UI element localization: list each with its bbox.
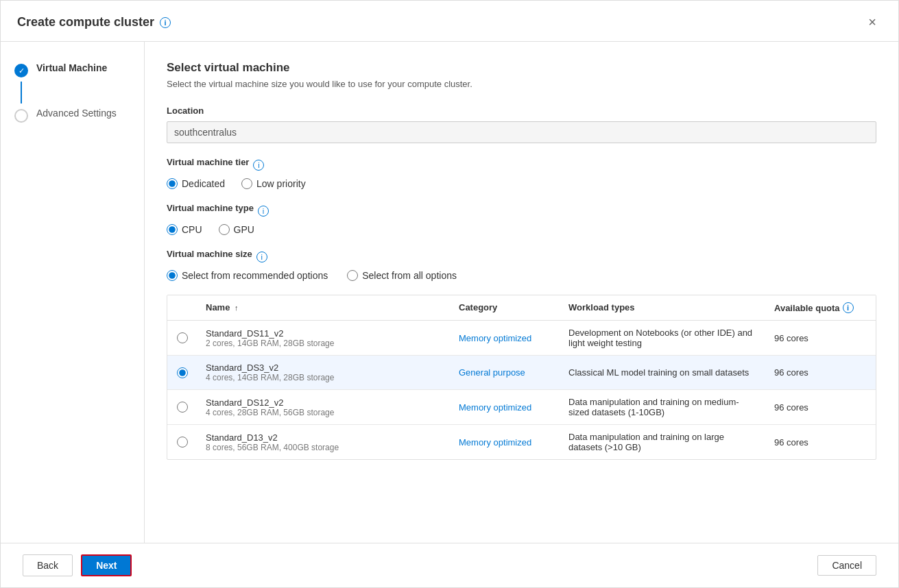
- row-3-name: Standard_D13_v2 8 cores, 56GB RAM, 400GB…: [197, 432, 451, 452]
- vm-type-label: Virtual machine type: [167, 203, 254, 213]
- dialog-footer: Back Next Cancel: [1, 543, 898, 587]
- row-0-workload: Development on Notebooks (or other IDE) …: [560, 328, 766, 348]
- row-0-radio[interactable]: [177, 332, 188, 343]
- vm-type-cpu-radio[interactable]: [167, 224, 178, 235]
- vm-type-cpu-label: CPU: [182, 224, 202, 235]
- back-button[interactable]: Back: [23, 554, 73, 576]
- row-1-name: Standard_DS3_v2 4 cores, 14GB RAM, 28GB …: [197, 363, 451, 382]
- main-content: Select virtual machine Select the virtua…: [145, 42, 898, 543]
- title-text: Create compute cluster: [17, 15, 154, 29]
- row-2-quota: 96 cores: [766, 402, 876, 413]
- vm-tier-dedicated-label: Dedicated: [182, 178, 225, 189]
- section-title: Select virtual machine: [167, 61, 876, 75]
- row-2-name: Standard_DS12_v2 4 cores, 28GB RAM, 56GB…: [197, 397, 451, 417]
- vm-size-info-icon[interactable]: i: [256, 252, 267, 262]
- step-circle-virtual-machine: [14, 64, 28, 77]
- row-1-quota: 96 cores: [766, 367, 876, 378]
- row-1-category-link[interactable]: General purpose: [459, 367, 525, 378]
- vm-type-info-icon[interactable]: i: [258, 206, 269, 217]
- th-category: Category: [451, 302, 560, 313]
- vm-size-field-group: Virtual machine size i Select from recom…: [167, 249, 876, 281]
- vm-tier-dedicated-option[interactable]: Dedicated: [167, 178, 225, 189]
- row-2-workload: Data manipulation and training on medium…: [560, 397, 766, 417]
- vm-type-gpu-radio[interactable]: [219, 224, 230, 235]
- location-field-group: Location: [167, 106, 876, 143]
- row-3-category-link[interactable]: Memory optimized: [459, 437, 531, 448]
- table-row: Standard_D13_v2 8 cores, 56GB RAM, 400GB…: [167, 425, 876, 459]
- vm-type-radio-group: CPU GPU: [167, 224, 876, 235]
- vm-size-recommended-label: Select from recommended options: [182, 270, 328, 281]
- vm-size-recommended-option[interactable]: Select from recommended options: [167, 270, 328, 281]
- vm-tier-radio-group: Dedicated Low priority: [167, 178, 876, 189]
- sidebar-item-virtual-machine[interactable]: Virtual Machine: [14, 58, 130, 82]
- next-button[interactable]: Next: [81, 554, 132, 576]
- row-1-select[interactable]: [167, 367, 197, 378]
- vm-size-recommended-radio[interactable]: [167, 270, 178, 281]
- dialog-title: Create compute cluster i: [17, 15, 171, 29]
- row-3-select[interactable]: [167, 437, 197, 448]
- row-3-radio[interactable]: [177, 437, 188, 448]
- row-3-workload: Data manipulation and training on large …: [560, 432, 766, 452]
- row-3-category: Memory optimized: [451, 437, 560, 448]
- row-1-category: General purpose: [451, 367, 560, 378]
- th-quota: Available quota i: [766, 302, 876, 313]
- vm-tier-info-icon[interactable]: i: [253, 160, 264, 171]
- table-header: Name ↑ Category Workload types Available…: [167, 295, 876, 321]
- sidebar: Virtual Machine Advanced Settings: [1, 42, 145, 543]
- vm-size-label: Virtual machine size: [167, 249, 252, 259]
- vm-type-gpu-label: GPU: [234, 224, 254, 235]
- vm-tier-low-priority-option[interactable]: Low priority: [241, 178, 306, 189]
- sidebar-item-advanced-settings[interactable]: Advanced Settings: [14, 103, 130, 127]
- th-select: [167, 302, 197, 313]
- th-workload: Workload types: [560, 302, 766, 313]
- row-2-category-link[interactable]: Memory optimized: [459, 402, 531, 413]
- vm-tier-label: Virtual machine tier: [167, 157, 249, 167]
- cancel-button[interactable]: Cancel: [817, 555, 876, 576]
- row-1-workload: Classical ML model training on small dat…: [560, 367, 766, 378]
- title-info-icon[interactable]: i: [160, 17, 171, 28]
- row-0-name: Standard_DS11_v2 2 cores, 14GB RAM, 28GB…: [197, 328, 451, 348]
- vm-type-field-group: Virtual machine type i CPU GPU: [167, 203, 876, 235]
- row-2-radio[interactable]: [177, 402, 188, 413]
- vm-size-radio-group: Select from recommended options Select f…: [167, 270, 876, 281]
- row-3-quota: 96 cores: [766, 437, 876, 448]
- vm-table: Name ↑ Category Workload types Available…: [167, 295, 876, 460]
- vm-tier-field-group: Virtual machine tier i Dedicated Low pri…: [167, 157, 876, 189]
- row-0-select[interactable]: [167, 332, 197, 343]
- step-circle-advanced-settings: [14, 109, 28, 123]
- row-0-category-link[interactable]: Memory optimized: [459, 333, 531, 343]
- footer-left-actions: Back Next: [23, 554, 132, 576]
- location-label: Location: [167, 106, 876, 116]
- row-2-select[interactable]: [167, 402, 197, 413]
- vm-tier-low-priority-label: Low priority: [256, 178, 306, 189]
- vm-type-cpu-option[interactable]: CPU: [167, 224, 202, 235]
- table-row: Standard_DS3_v2 4 cores, 14GB RAM, 28GB …: [167, 356, 876, 390]
- table-row: Standard_DS12_v2 4 cores, 28GB RAM, 56GB…: [167, 390, 876, 425]
- th-name[interactable]: Name ↑: [197, 302, 451, 313]
- section-subtitle: Select the virtual machine size you woul…: [167, 79, 876, 89]
- table-row: Standard_DS11_v2 2 cores, 14GB RAM, 28GB…: [167, 321, 876, 356]
- vm-type-gpu-option[interactable]: GPU: [219, 224, 254, 235]
- row-2-category: Memory optimized: [451, 402, 560, 413]
- sidebar-label-advanced-settings: Advanced Settings: [36, 108, 117, 119]
- quota-info-icon[interactable]: i: [843, 302, 854, 313]
- row-0-quota: 96 cores: [766, 333, 876, 343]
- vm-size-all-option[interactable]: Select from all options: [347, 270, 457, 281]
- row-1-radio[interactable]: [177, 367, 188, 378]
- sidebar-label-virtual-machine: Virtual Machine: [36, 62, 107, 73]
- location-input[interactable]: [167, 121, 876, 143]
- vm-size-all-label: Select from all options: [362, 270, 457, 281]
- close-button[interactable]: ×: [863, 12, 882, 33]
- vm-tier-dedicated-radio[interactable]: [167, 178, 178, 189]
- row-0-category: Memory optimized: [451, 333, 560, 343]
- vm-size-all-radio[interactable]: [347, 270, 358, 281]
- sort-arrow-icon: ↑: [235, 304, 239, 312]
- vm-tier-low-priority-radio[interactable]: [241, 178, 252, 189]
- sidebar-connector: [21, 82, 22, 103]
